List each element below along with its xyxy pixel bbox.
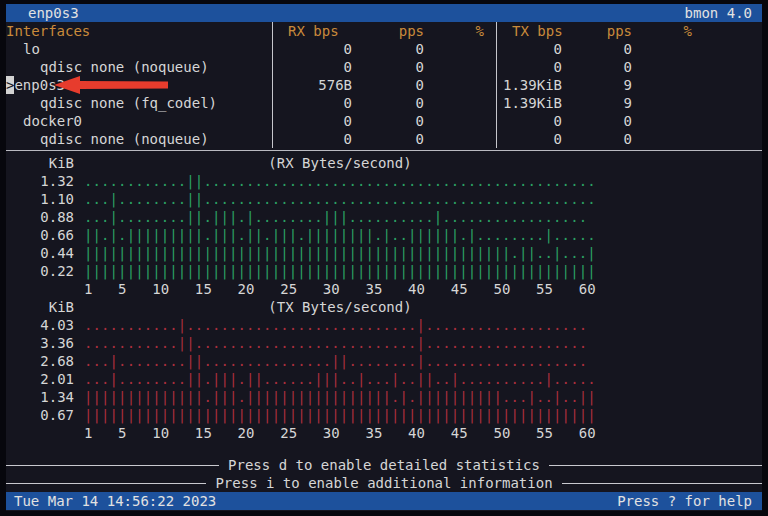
qdisc-name: qdisc none (fq_codel): [6, 94, 272, 112]
clock: Tue Mar 14 14:56:22 2023: [6, 492, 216, 510]
rx-pps-value: 0: [358, 76, 430, 94]
rule-line: [6, 483, 206, 484]
interface-name[interactable]: docker0: [6, 112, 272, 130]
y-tick: 4.03: [6, 316, 74, 334]
rx-pps-value: 0: [358, 40, 430, 58]
qdisc-name: qdisc none (noqueue): [6, 58, 272, 76]
table-row-lo: lo 0 0 0 0: [6, 40, 762, 58]
rx-pps-value: 0: [358, 112, 430, 130]
qdisc-name: qdisc none (noqueue): [6, 130, 272, 148]
tx-bps-value: 0: [496, 40, 568, 58]
tx-row-cells: ||||||||||||||||||||||||||||||||||||||||…: [84, 406, 596, 424]
rx-unit-label: KiB: [6, 154, 74, 172]
rx-pct-value: [430, 40, 496, 58]
tx-bps-value: 0: [496, 58, 568, 76]
y-tick: 2.01: [6, 370, 74, 388]
tx-pps-value: 0: [568, 112, 638, 130]
rx-x-axis: 1 5 10 15 20 25 30 35 40 45 50 55 60: [84, 280, 596, 298]
tx-pct-value: [638, 58, 704, 76]
rx-pct-value: [430, 112, 496, 130]
rx-pps-value: 0: [358, 58, 430, 76]
rx-bps-value: 0: [272, 58, 358, 76]
tx-pct-value: [638, 130, 704, 148]
rx-pct-header: %: [430, 22, 496, 40]
tx-pps-value: 9: [568, 76, 638, 94]
rx-pct-value: [430, 58, 496, 76]
table-row-qdisc: qdisc none (noqueue) 0 0 0 0: [6, 130, 762, 148]
tx-x-axis: 1 5 10 15 20 25 30 35 40 45 50 55 60: [84, 424, 596, 442]
tx-pct-header: %: [638, 22, 704, 40]
tx-pct-value: [638, 40, 704, 58]
rule-line: [562, 483, 762, 484]
selected-interface-title: enp0s3: [6, 4, 79, 22]
tx-bps-value: 0: [496, 130, 568, 148]
rx-row-cells: ||||||||||||||||||||||||||||||||||||||||…: [84, 262, 596, 280]
rx-pps-value: 0: [358, 130, 430, 148]
red-arrow-annotation-icon: [52, 75, 170, 95]
tx-pps-value: 0: [568, 130, 638, 148]
rx-pps-value: 0: [358, 94, 430, 112]
y-tick: 0.44: [6, 244, 74, 262]
tx-bps-header: TX bps: [496, 22, 568, 40]
rx-pct-value: [430, 94, 496, 112]
rx-bps-value: 0: [272, 40, 358, 58]
rx-bps-header: RX bps: [272, 22, 358, 40]
rx-pct-value: [430, 130, 496, 148]
rx-row-cells: ...|........||.|||.|........|||.........…: [84, 208, 587, 226]
rx-row-cells: ||||||||||||||||||||||||||||||||||||||||…: [84, 244, 596, 262]
hint-text: Press d to enable detailed statistics: [219, 456, 549, 474]
table-header-row: Interfaces RX bps pps % TX bps pps %: [6, 22, 762, 40]
y-tick: 3.36: [6, 334, 74, 352]
rx-pps-header: pps: [358, 22, 430, 40]
rx-bps-value: 0: [272, 112, 358, 130]
rx-row-cells: ||.|.|||||||||.|||.||.|||.||||||||.|..||…: [84, 226, 596, 244]
help-hint: Press ? for help: [617, 492, 762, 510]
rx-row-cells: ............||..........................…: [84, 172, 596, 190]
rx-bps-value: 0: [272, 94, 358, 112]
tx-pct-value: [638, 94, 704, 112]
interfaces-table: Interfaces RX bps pps % TX bps pps % lo …: [6, 22, 762, 148]
app-version: bmon 4.0: [685, 4, 762, 22]
interface-name[interactable]: lo: [6, 40, 272, 58]
tx-unit-label: KiB: [6, 298, 74, 316]
rx-graph-header: KiB (RX Bytes/second): [6, 154, 762, 172]
tx-pps-value: 9: [568, 94, 638, 112]
tx-pct-value: [638, 112, 704, 130]
rx-bps-value: 576B: [272, 76, 358, 94]
tx-graph-title: (TX Bytes/second): [84, 298, 596, 316]
tx-bps-value: 0: [496, 112, 568, 130]
y-tick: 0.22: [6, 262, 74, 280]
rx-graph: KiB (RX Bytes/second) 1.32............||…: [6, 154, 762, 298]
rule-line: [6, 465, 219, 466]
tx-bps-value: 1.39KiB: [496, 94, 568, 112]
hint-additional-information: Press i to enable additional information: [6, 474, 762, 492]
tx-pct-value: [638, 76, 704, 94]
table-row-qdisc: qdisc none (noqueue) 0 0 0 0: [6, 58, 762, 76]
tx-bps-value: 1.39KiB: [496, 76, 568, 94]
y-tick: 2.68: [6, 352, 74, 370]
interfaces-header: Interfaces: [6, 22, 272, 40]
hint-detailed-statistics: Press d to enable detailed statistics: [6, 456, 762, 474]
tx-row-cells: ||||||||||||||.|||.|||||||||||||||||.|.|…: [84, 388, 596, 406]
bmon-terminal-window: enp0s3 bmon 4.0 Interfaces RX bps pps % …: [6, 4, 762, 511]
tx-graph-header: KiB (TX Bytes/second): [6, 298, 762, 316]
status-bar: Tue Mar 14 14:56:22 2023 Press ? for hel…: [6, 492, 762, 510]
column-separator: [496, 22, 497, 148]
tx-pps-header: pps: [568, 22, 638, 40]
tx-graph: KiB (TX Bytes/second) 4.03...........|..…: [6, 298, 762, 442]
section-divider: [6, 150, 762, 151]
table-row-docker0: docker0 0 0 0 0: [6, 112, 762, 130]
title-bar: enp0s3 bmon 4.0: [6, 4, 762, 22]
table-row-qdisc: qdisc none (fq_codel) 0 0 1.39KiB 9: [6, 94, 762, 112]
tx-row-cells: ...|........||.|||.||......|||..|...|..|…: [84, 370, 596, 388]
rx-graph-title: (RX Bytes/second): [84, 154, 596, 172]
tx-pps-value: 0: [568, 40, 638, 58]
rx-row-cells: ...|........||..........................…: [84, 190, 596, 208]
rule-line: [549, 465, 762, 466]
rx-bps-value: 0: [272, 130, 358, 148]
tx-row-cells: ...........|...........................|…: [84, 316, 587, 334]
y-tick: 0.88: [6, 208, 74, 226]
tx-row-cells: ...|........||...............||........|…: [84, 352, 587, 370]
footer-hints: Press d to enable detailed statistics Pr…: [6, 456, 762, 492]
rx-pct-value: [430, 76, 496, 94]
